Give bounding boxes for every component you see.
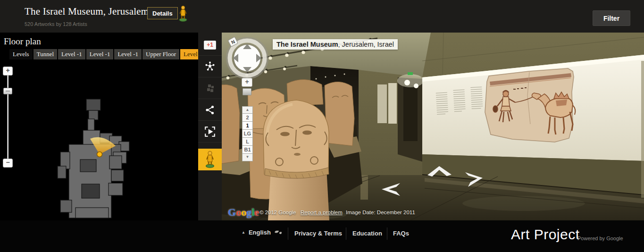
header: The Israel Museum, Jerusalem 520 Artwork… (0, 0, 644, 33)
google-logo-letter: g (246, 206, 251, 218)
level-selector: ▲ 21LGLB1 ▼ (242, 106, 253, 161)
related-artworks-icon (204, 60, 216, 73)
share-button[interactable] (198, 100, 222, 121)
level-up-arrow[interactable]: ▲ (242, 106, 253, 114)
map-zoom-in-button[interactable]: + (3, 67, 13, 76)
map-zoom-handle[interactable] (3, 88, 12, 94)
exhibit-wall-panel (422, 55, 644, 197)
pano-zoom-in-button[interactable]: + (242, 78, 252, 87)
compass-control[interactable]: N (226, 36, 269, 80)
location-name: The Israel Museum (276, 41, 338, 48)
filter-button[interactable]: Filter (593, 10, 630, 26)
thumbnail-grid-button-disabled[interactable] (198, 78, 222, 99)
footer-divider (387, 227, 387, 240)
floorplan-map[interactable] (0, 33, 198, 220)
google-logo-letter: o (241, 206, 246, 218)
level-button-lg[interactable]: LG (242, 130, 253, 138)
streetview-pegman-button[interactable] (198, 149, 222, 170)
floorplan-panel: Floor plan LevelsTunnelLevel -1Level -1L… (0, 33, 198, 220)
footer-link-faqs[interactable]: FAQs (393, 230, 409, 237)
related-artworks-button[interactable] (198, 56, 222, 77)
pano-zoom-handle[interactable] (243, 88, 251, 95)
slideshow-icon (204, 126, 216, 138)
pegman-icon[interactable] (178, 5, 188, 22)
google-logo-letter: e (254, 206, 259, 218)
level-button-1[interactable]: 1 (242, 122, 253, 130)
footer: ▲ English Privacy & TermsEducationFAQs A… (0, 220, 644, 252)
footer-divider (346, 227, 346, 240)
camel-mosaic-artwork (485, 68, 575, 142)
details-button[interactable]: Details (147, 7, 178, 19)
building-outline (58, 99, 129, 218)
language-label: English (249, 229, 271, 236)
pegman-active-icon (205, 151, 215, 168)
level-button-2[interactable]: 2 (242, 114, 253, 122)
attribution-bar: Google © 2012 Google Report a problem Im… (222, 206, 505, 220)
plus-one-button[interactable]: +1 (198, 34, 222, 56)
report-problem-link[interactable]: Report a problem (301, 210, 343, 215)
level-down-arrow[interactable]: ▼ (242, 154, 253, 161)
slideshow-button[interactable] (198, 121, 222, 143)
language-selector[interactable]: ▲ English (242, 229, 283, 236)
level-button-l[interactable]: L (242, 138, 253, 146)
copyright-text: © 2012 Google (259, 210, 296, 215)
globe-icon (274, 230, 283, 235)
google-logo-letter: o (236, 206, 241, 218)
footer-link-education[interactable]: Education (352, 230, 382, 237)
art-project-logo: Art Project (511, 227, 580, 243)
google-logo-letter: G (228, 206, 236, 218)
image-date-text: Image Date: December 2011 (346, 210, 415, 215)
side-toolbar: +1 (198, 33, 222, 220)
location-region: , Jerusalem, Israel (338, 41, 394, 48)
footer-link-privacy-terms[interactable]: Privacy & Terms (294, 230, 342, 237)
map-zoom-out-button[interactable]: − (3, 159, 13, 168)
share-icon (204, 104, 216, 116)
streetview-panorama[interactable]: The Israel Museum, Jerusalem, Israel N +… (222, 33, 644, 220)
location-label: The Israel Museum, Jerusalem, Israel (273, 39, 398, 50)
level-button-b1[interactable]: B1 (242, 146, 253, 154)
collapse-caret-icon: ▲ (242, 230, 245, 235)
art-project-app: The Israel Museum, Jerusalem 520 Artwork… (0, 0, 644, 252)
museum-stats: 520 Artworks by 128 Artists (25, 21, 87, 27)
footer-divider (288, 227, 288, 240)
plus-one-icon: +1 (204, 41, 216, 50)
panorama-scene (222, 33, 644, 220)
powered-by-google: Powered by Google (577, 235, 623, 241)
sarcophagus-front (263, 100, 329, 220)
google-watermark-logo: Google (228, 206, 259, 218)
thumbnail-grid-icon (204, 83, 216, 94)
museum-title: The Israel Museum, Jerusalem (25, 6, 149, 17)
